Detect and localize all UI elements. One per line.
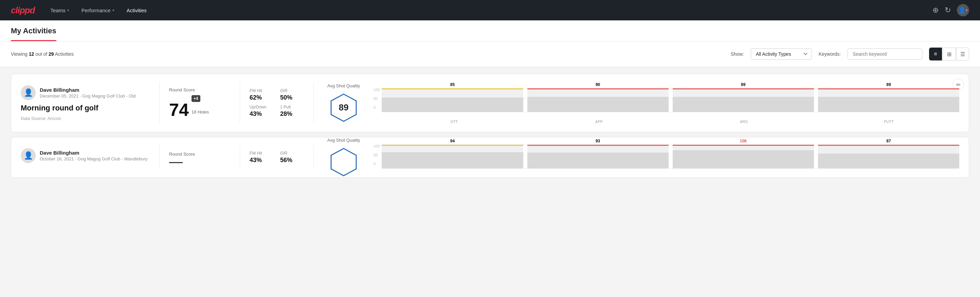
chart-bar-putt [818,97,959,112]
chart-value-putt: 89 [886,82,891,87]
stat-fw-hit-label: FW Hit [250,151,274,156]
keywords-label: Keywords: [819,51,841,57]
chart-col-ott: 85 [382,82,523,112]
avatar-person-icon: 👤 [24,88,33,97]
search-input[interactable] [848,48,922,60]
chart-y-0: 0 [374,105,380,109]
chart-y-50: 50 [374,96,380,101]
stat-updown-value: 43% [250,110,274,118]
stat-updown-label: Up/Down [250,105,274,109]
chart-marker-arg [673,88,814,89]
avatar: 👤 [21,85,36,100]
chart-gridline-100 [382,88,959,88]
app-logo[interactable]: clippd [11,5,35,16]
chart-marker-arg [673,145,814,146]
stat-updown: Up/Down 43% [250,105,274,118]
nav-activities[interactable]: Activities [122,5,151,16]
chart-y-0: 0 [374,162,380,166]
nav-performance[interactable]: Performance ▾ [77,5,119,16]
stat-gir-label: GIR [280,151,304,156]
svg-marker-1 [331,148,356,176]
viewing-label: Viewing [11,51,29,57]
chart-value-arg: 89 [741,82,745,87]
view-toggles: ≡ ⊞ ☰ [929,48,969,61]
score-holes: 18 Holes [191,109,209,115]
card-user-name: Dave Billingham [40,150,147,156]
hexagon-container [328,147,359,177]
stat-fw-hit-value: 62% [250,94,274,101]
avatar: 👤 [21,148,36,163]
chart-x-app: APP [529,120,670,124]
chart-col-putt: 89 [818,82,959,112]
card-user-info: Dave Billingham December 05, 2021 · Gog … [40,87,136,99]
card-source: Data Source: Arccos [21,116,150,121]
hexagon-score: 89 [339,102,349,113]
chart-marker-ott [382,88,523,89]
chart-col-ott: 94 [382,139,523,169]
card-stats: FW Hit 43% GIR 56% [250,151,304,164]
stat-gir-label: GIR [280,88,304,93]
filter-bar: Viewing 12 out of 29 Activities Show: Al… [0,42,980,67]
stat-fw-hit: FW Hit 62% [250,88,274,101]
quality-label: Avg Shot Quality [327,83,360,88]
activity-card: 👤 Dave Billingham October 16, 2021 · Gog… [11,137,969,178]
activity-type-select[interactable]: All Activity Types [751,48,812,60]
navbar: clippd Teams ▾ Performance ▾ Activities … [0,0,980,21]
card-stats: FW Hit 62% GIR 50% Up/Down 43% 1 Putt 28… [250,88,304,118]
chart-bar-ott [382,152,523,169]
card-divider [159,82,160,124]
score-label: Round Score [169,87,230,93]
viewing-out-of: out of [35,51,49,57]
page-header: My Activities [0,21,980,42]
card-chart: 100 50 0 85 [374,82,959,124]
add-icon[interactable]: ⊕ [932,6,939,14]
stats-grid: FW Hit 62% GIR 50% Up/Down 43% 1 Putt 28… [250,88,304,118]
nav-activities-label: Activities [127,8,147,13]
score-number: 74 [169,101,189,118]
stat-1putt: 1 Putt 28% [280,105,304,118]
chart-y-100: 100 [374,88,380,92]
stat-gir: GIR 50% [280,88,304,101]
card-round-score: Round Score 74 +4 18 Holes [169,87,230,118]
chart-x-putt: PUTT [818,120,959,124]
chart-bar-ott [382,97,523,112]
nav-teams[interactable]: Teams ▾ [46,5,74,16]
score-label: Round Score [169,152,230,156]
view-list-wide-button[interactable]: ☰ [956,48,969,61]
chart-col-arg: 89 [673,82,814,112]
card-title: Morning round of golf [21,104,150,112]
stat-gir-value: 50% [280,94,304,101]
activities-list: ✏ 👤 Dave Billingham December 05, 2021 · … [0,67,980,185]
score-badge: +4 [191,95,200,102]
chevron-down-icon: ▾ [112,8,115,13]
card-user: 👤 Dave Billingham December 05, 2021 · Go… [21,85,150,100]
chart-marker-ott [382,145,523,146]
stat-fw-hit-label: FW Hit [250,88,274,93]
chart-y-100: 100 [374,144,380,148]
card-user-name: Dave Billingham [40,87,136,93]
score-placeholder [169,162,183,163]
chart-marker-putt [818,88,959,89]
nav-links: Teams ▾ Performance ▾ Activities [46,5,921,16]
card-user-date: October 16, 2021 · Gog Magog Golf Club -… [40,156,147,161]
user-avatar[interactable]: 👤 ▾ [957,4,969,16]
card-left: 👤 Dave Billingham October 16, 2021 · Gog… [21,148,150,166]
avatar-icon: 👤 [958,6,966,14]
card-user-info: Dave Billingham October 16, 2021 · Gog M… [40,150,147,161]
show-label: Show: [731,51,744,57]
viewing-total: 29 [49,51,54,57]
card-user: 👤 Dave Billingham October 16, 2021 · Gog… [21,148,150,163]
chart-value-app: 93 [596,139,600,144]
chevron-down-icon: ▾ [67,8,69,13]
chart-col-app: 93 [527,139,668,169]
refresh-icon[interactable]: ↻ [945,6,951,14]
chart-value-ott: 94 [450,139,455,144]
chart-col-app: 90 [527,82,668,112]
chart-value-putt: 87 [886,139,891,144]
view-grid-button[interactable]: ⊞ [943,48,956,61]
avatar-chevron: ▾ [966,8,968,13]
card-divider [313,82,314,124]
chart-x-labels: OTT APP ARG PUTT [384,120,959,124]
view-list-compact-button[interactable]: ≡ [929,48,942,61]
score-main: 74 +4 18 Holes [169,95,230,118]
